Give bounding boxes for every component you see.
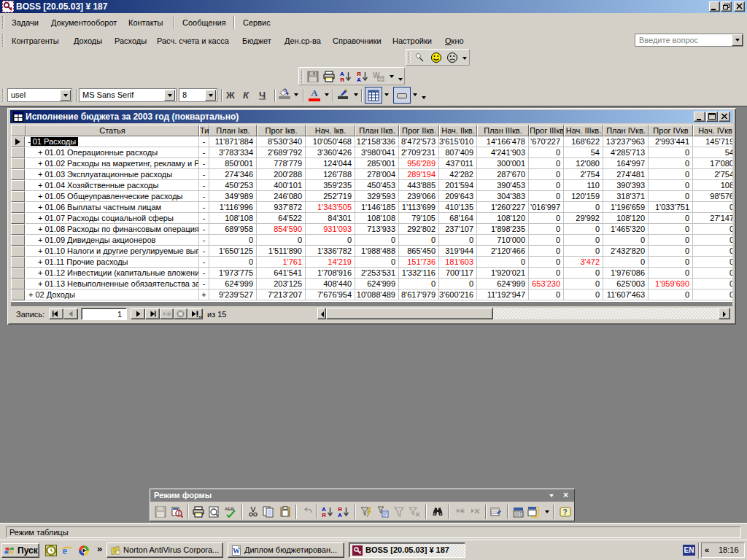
svg-text:Я: Я [322, 512, 326, 518]
svg-text:А: А [357, 77, 361, 82]
svg-text:Я: Я [340, 77, 344, 82]
svg-text:?: ? [563, 508, 568, 516]
svg-text:АБВ: АБВ [225, 507, 235, 511]
svg-text:А: А [338, 512, 342, 518]
svg-text:W: W [233, 547, 240, 555]
svg-text:e: e [63, 545, 68, 556]
